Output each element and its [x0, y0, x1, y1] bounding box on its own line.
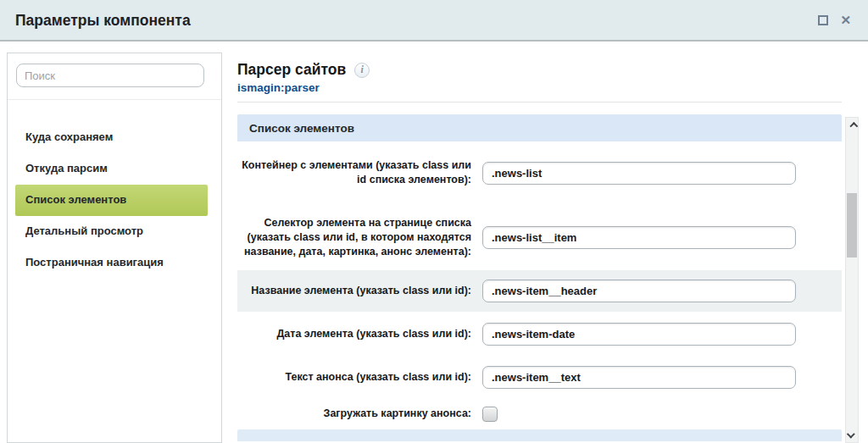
info-icon[interactable]: i — [354, 63, 370, 78]
scroll-down-icon[interactable] — [849, 429, 855, 436]
sidebar-divider — [8, 99, 221, 100]
field-row-container: Контейнер с элементами (указать class ил… — [237, 141, 842, 204]
item-selector-input[interactable] — [482, 226, 796, 249]
scroll-up-icon[interactable] — [849, 122, 855, 129]
search-input[interactable] — [16, 64, 204, 87]
component-id-link[interactable]: ismagin:parser — [237, 81, 842, 94]
sidebar-item-where-parse[interactable]: Откуда парсим — [15, 153, 208, 185]
field-label-date-selector: Дата элемента (указать class или id): — [237, 327, 471, 341]
scrollbar[interactable] — [845, 117, 859, 443]
field-label-container: Контейнер с элементами (указать class ил… — [237, 158, 471, 187]
field-label-item-selector: Селектор элемента на странице списка (ук… — [237, 216, 471, 259]
sidebar-menu: Куда сохраняем Откуда парсим Список элем… — [8, 122, 221, 279]
scrollbar-thumb[interactable] — [847, 193, 857, 257]
sidebar-item-elements-list[interactable]: Список элементов — [15, 185, 208, 216]
field-row-load-image: Загружать картинку анонса: — [237, 398, 842, 429]
load-image-checkbox[interactable] — [482, 407, 498, 422]
settings-sidebar: Куда сохраняем Откуда парсим Список элем… — [7, 53, 222, 443]
announce-text-selector-input[interactable] — [482, 366, 796, 389]
field-label-load-image: Загружать картинку анонса: — [237, 407, 471, 421]
field-row-item-selector: Селектор элемента на странице списка (ук… — [237, 204, 842, 270]
page-title: Парсер сайтов — [237, 61, 346, 79]
header-divider — [237, 102, 842, 102]
title-selector-input[interactable] — [482, 280, 796, 302]
container-selector-input[interactable] — [482, 162, 796, 185]
sidebar-item-pagination[interactable]: Постраничная навигация — [15, 247, 208, 279]
sidebar-item-detail-view[interactable]: Детальный просмотр — [15, 216, 208, 247]
maximize-icon[interactable] — [818, 15, 828, 25]
field-label-title-selector: Название элемента (указать class или id)… — [237, 284, 471, 298]
date-selector-input[interactable] — [482, 323, 796, 346]
dialog-titlebar: Параметры компонента ✕ — [0, 0, 868, 42]
sidebar-item-where-save[interactable]: Куда сохраняем — [15, 122, 208, 153]
field-row-date-selector: Дата элемента (указать class или id): — [237, 312, 842, 356]
close-icon[interactable]: ✕ — [840, 15, 851, 25]
dialog-title: Параметры компонента — [0, 0, 868, 30]
next-section-header-partial — [237, 429, 842, 441]
field-label-text-selector: Текст анонса (указать class или id): — [237, 370, 471, 385]
field-row-text-selector: Текст анонса (указать class или id): — [237, 356, 842, 398]
section-header: Список элементов — [237, 114, 842, 141]
main-content: Парсер сайтов i ismagin:parser Список эл… — [237, 53, 842, 443]
field-row-title-selector: Название элемента (указать class или id)… — [237, 270, 842, 312]
